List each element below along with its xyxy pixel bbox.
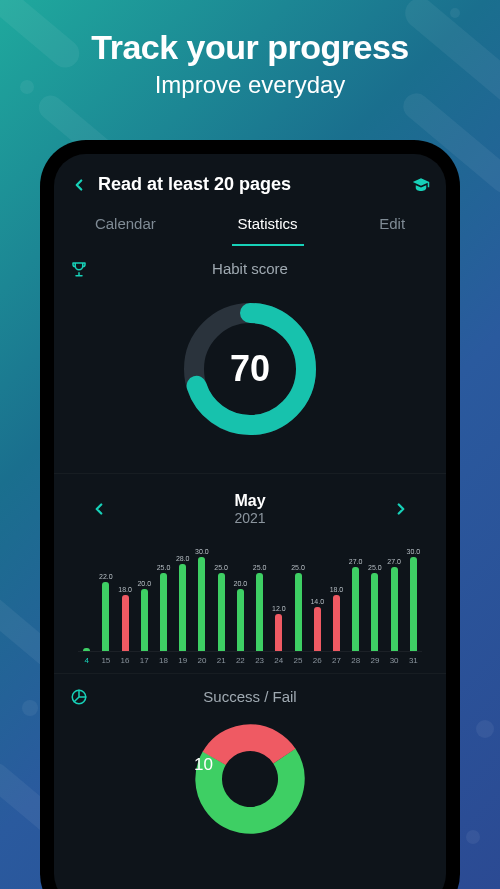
phone-frame: Read at least 20 pages Calendar Statisti… — [40, 140, 460, 889]
bar-x-label: 29 — [366, 656, 383, 665]
bar-day-21: 25.0 — [213, 534, 230, 651]
promo-subheading: Improve everyday — [0, 71, 500, 99]
prev-month-button[interactable] — [86, 494, 112, 524]
bar-value-label: 25.0 — [214, 564, 228, 571]
bar-day-4 — [78, 534, 95, 651]
bar-day-17: 20.0 — [136, 534, 153, 651]
bar-day-16: 18.0 — [116, 534, 133, 651]
bar-x-label: 21 — [213, 656, 230, 665]
bar-x-label: 23 — [251, 656, 268, 665]
bar-value-label: 25.0 — [253, 564, 267, 571]
bar-x-label: 31 — [405, 656, 422, 665]
bar-value-label: 18.0 — [118, 586, 132, 593]
back-icon[interactable] — [70, 176, 98, 194]
bar-value-label: 28.0 — [176, 555, 190, 562]
success-fail-section: Success / Fail 10 — [54, 674, 446, 853]
bar-value-label: 30.0 — [407, 548, 421, 555]
bar-x-label: 25 — [289, 656, 306, 665]
bar — [295, 573, 302, 651]
habit-score-value: 70 — [180, 299, 320, 439]
bar-value-label: 14.0 — [310, 598, 324, 605]
bar-x-label: 28 — [347, 656, 364, 665]
bar-x-label: 20 — [193, 656, 210, 665]
habit-score-section: Habit score 70 — [54, 246, 446, 473]
bar-value-label: 20.0 — [137, 580, 151, 587]
bar-value-label: 27.0 — [387, 558, 401, 565]
tab-bar: Calendar Statistics Edit — [54, 205, 446, 246]
bar-x-label: 27 — [328, 656, 345, 665]
graduation-cap-icon[interactable] — [412, 176, 430, 194]
bar-day-31: 30.0 — [405, 534, 422, 651]
bar-x-label: 26 — [309, 656, 326, 665]
daily-pages-chart: 22.018.020.025.028.030.025.020.025.012.0… — [70, 528, 430, 665]
bar-day-25: 25.0 — [289, 534, 306, 651]
bar-value-label: 27.0 — [349, 558, 363, 565]
bar-value-label: 25.0 — [368, 564, 382, 571]
pie-chart-icon — [70, 688, 88, 706]
bar — [314, 607, 321, 651]
bar — [333, 595, 340, 651]
bar — [102, 582, 109, 651]
bar-x-label: 19 — [174, 656, 191, 665]
bar — [122, 595, 129, 651]
bar-x-label: 4 — [78, 656, 95, 665]
bar-x-label: 22 — [232, 656, 249, 665]
bar-day-20: 30.0 — [193, 534, 210, 651]
bar-day-26: 14.0 — [309, 534, 326, 651]
success-fail-donut: 10 — [160, 719, 340, 839]
top-bar: Read at least 20 pages — [54, 154, 446, 205]
bar — [83, 648, 90, 651]
bar-day-23: 25.0 — [251, 534, 268, 651]
bar — [237, 589, 244, 652]
bar-day-28: 27.0 — [347, 534, 364, 651]
bar-day-29: 25.0 — [366, 534, 383, 651]
bar-x-label: 30 — [386, 656, 403, 665]
bar-value-label: 25.0 — [157, 564, 171, 571]
bar-x-label: 24 — [270, 656, 287, 665]
bar — [198, 557, 205, 651]
bar — [275, 614, 282, 652]
bar — [256, 573, 263, 651]
tab-edit[interactable]: Edit — [373, 205, 411, 246]
trophy-icon — [70, 260, 88, 278]
bar-day-19: 28.0 — [174, 534, 191, 651]
bar-value-label: 22.0 — [99, 573, 113, 580]
promo-heading: Track your progress — [0, 28, 500, 67]
bar-value-label: 12.0 — [272, 605, 286, 612]
bar — [391, 567, 398, 651]
bar-value-label: 20.0 — [234, 580, 248, 587]
month-year: 2021 — [234, 510, 265, 526]
monthly-chart-section: May 2021 22.018.020.025.028.030.025.020.… — [54, 474, 446, 673]
bar-day-18: 25.0 — [155, 534, 172, 651]
bar — [371, 573, 378, 651]
bar-day-27: 18.0 — [328, 534, 345, 651]
bar-x-label: 16 — [116, 656, 133, 665]
bar-value-label: 30.0 — [195, 548, 209, 555]
bar — [179, 564, 186, 652]
bar-value-label: 25.0 — [291, 564, 305, 571]
bar — [141, 589, 148, 652]
bar-day-22: 20.0 — [232, 534, 249, 651]
tab-calendar[interactable]: Calendar — [89, 205, 162, 246]
bar — [410, 557, 417, 651]
habit-score-title: Habit score — [70, 260, 430, 277]
habit-score-ring: 70 — [180, 299, 320, 439]
tab-statistics[interactable]: Statistics — [232, 205, 304, 246]
success-fail-title: Success / Fail — [70, 688, 430, 705]
bar-day-24: 12.0 — [270, 534, 287, 651]
bar-day-30: 27.0 — [386, 534, 403, 651]
bar-x-label: 15 — [97, 656, 114, 665]
bar — [352, 567, 359, 651]
bar — [218, 573, 225, 651]
bar-x-label: 18 — [155, 656, 172, 665]
page-title: Read at least 20 pages — [98, 174, 412, 195]
bar — [160, 573, 167, 651]
bar-x-label: 17 — [136, 656, 153, 665]
bar-day-15: 22.0 — [97, 534, 114, 651]
next-month-button[interactable] — [388, 494, 414, 524]
month-name: May — [234, 492, 265, 510]
bar-value-label: 18.0 — [330, 586, 344, 593]
fail-count-label: 10 — [194, 755, 213, 775]
